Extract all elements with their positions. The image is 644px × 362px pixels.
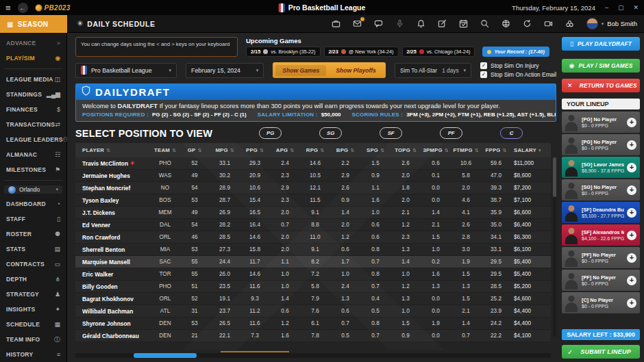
- play-sim-games-button[interactable]: ◉ PLAY / SIM GAMES: [562, 59, 640, 73]
- column-header[interactable]: FPPG ⇅: [481, 147, 511, 153]
- sync-refresh-icon[interactable]: [523, 19, 532, 29]
- your-record-badge[interactable]: Your Record : (17-40): [482, 47, 549, 57]
- table-row[interactable]: Shyrone Johnson ✚ DEN5326.511.61.26.10.7…: [75, 318, 551, 330]
- table-row[interactable]: Bagrat Khokhonov ✚ ORL5219.19.31.47.91.3…: [75, 293, 551, 305]
- sort-icon[interactable]: ⇅: [172, 148, 176, 153]
- compose-edit-icon[interactable]: [438, 19, 447, 29]
- table-row[interactable]: Ed Venner ✚ DAL5428.216.40.78.82.00.61.2…: [75, 219, 551, 231]
- sidebar-item-stats[interactable]: STATS ▤: [0, 242, 66, 257]
- sort-icon[interactable]: ⇅: [412, 148, 417, 153]
- table-row[interactable]: Ron Crawford ✚ ORL4628.514.62.011.01.20.…: [75, 231, 551, 244]
- lineup-slot-pg-1[interactable]: [PG] No Player $0 - 0 FPPG +: [562, 112, 640, 133]
- hamburger-menu-icon[interactable]: ≡: [5, 3, 11, 13]
- lineup-slot-sg-2[interactable]: [SG] No Player $0 - 0 FPPG +: [562, 179, 640, 201]
- position-pill-pg[interactable]: PG: [259, 127, 282, 139]
- position-pill-sf[interactable]: SF: [380, 127, 402, 139]
- table-row[interactable]: Travis McClinton ✚ PHO5233.129.32.414.62…: [75, 157, 551, 170]
- sidebar-item-roster[interactable]: ROSTER ⚉: [0, 227, 66, 242]
- add-player-button[interactable]: +: [627, 185, 636, 195]
- upcoming-game-chip[interactable]: 2/25 vs. Chicago (34-24): [402, 47, 475, 57]
- sidebar-item-contracts[interactable]: CONTRACTS ▭: [0, 257, 66, 272]
- column-header[interactable]: MPG ⇅: [210, 147, 240, 153]
- upcoming-game-chip[interactable]: 2/15 vs. Brooklyn (35-22): [246, 47, 321, 57]
- add-player-button[interactable]: +: [627, 231, 636, 240]
- notifications-bell-icon[interactable]: [417, 19, 426, 29]
- sort-icon[interactable]: ⇅: [503, 148, 507, 153]
- sort-icon[interactable]: ⇅: [475, 148, 479, 153]
- sort-icon[interactable]: ⇅: [197, 148, 201, 153]
- close-button[interactable]: ✕: [633, 5, 639, 11]
- sort-icon[interactable]: ⇅: [290, 148, 294, 153]
- sort-icon[interactable]: ⇅: [106, 148, 110, 153]
- sidebar-item-milestones[interactable]: MILESTONES ⚑: [0, 162, 66, 177]
- return-to-games-button[interactable]: ✕ RETURN TO GAMES: [562, 79, 640, 92]
- table-row[interactable]: Billy Gooden ✚ PHO5123.511.61.05.82.40.7…: [75, 281, 551, 293]
- back-button[interactable]: ←: [18, 3, 28, 13]
- add-player-button[interactable]: +: [627, 208, 636, 218]
- sort-icon[interactable]: ▾: [538, 148, 541, 153]
- league-community-icon[interactable]: [501, 19, 511, 29]
- mail-icon[interactable]: [353, 19, 362, 29]
- add-player-button[interactable]: +: [627, 140, 636, 150]
- sidebar-item-league-media[interactable]: LEAGUE MEDIA ◫: [0, 72, 66, 87]
- scrollbar-thumb[interactable]: [134, 353, 197, 358]
- sidebar-item-play-sim[interactable]: PLAY/SIM ◉: [0, 51, 66, 66]
- sim-to-dropdown[interactable]: Sim To All-Star 1 days ▾: [395, 63, 471, 78]
- lineup-slot-c-1[interactable]: [C] No Player $0 - 0 FPPG +: [562, 292, 640, 313]
- table-row[interactable]: J.T. Dickens ✚ MEM4926.916.52.09.11.41.0…: [75, 207, 551, 219]
- column-header[interactable]: RPG ⇅: [300, 147, 330, 153]
- table-row[interactable]: Stephan Moncrief ✚ NO5428.910.62.912.12.…: [75, 182, 551, 194]
- add-player-button[interactable]: +: [627, 163, 636, 172]
- sidebar-item-insights[interactable]: INSIGHTS ✦: [0, 302, 66, 317]
- lineup-slot-pf-1[interactable]: [PF] No Player $0 - 0 FPPG +: [562, 247, 640, 268]
- column-header[interactable]: SALARY ▾: [511, 147, 551, 153]
- add-player-button[interactable]: +: [627, 253, 636, 263]
- team-selector-dropdown[interactable]: Orlando ▾: [4, 185, 62, 194]
- sort-icon[interactable]: ⇅: [260, 148, 264, 153]
- column-header[interactable]: GP ⇅: [179, 147, 210, 153]
- checkbox-checked-icon[interactable]: ✓: [480, 62, 487, 69]
- sidebar-item-advance[interactable]: ADVANCE »: [0, 36, 66, 51]
- column-header[interactable]: APG ⇅: [270, 147, 300, 153]
- sidebar-item-team-info[interactable]: TEAM INFO ⓘ: [0, 332, 66, 347]
- user-menu[interactable]: ▾ Bob Smith: [586, 18, 637, 29]
- lineup-slot-sg-1[interactable]: [SG] Lavor James $6,900 - 37.8 FPPG +: [562, 157, 640, 178]
- sort-icon[interactable]: ⇅: [350, 148, 354, 153]
- position-pill-sg[interactable]: SG: [319, 127, 342, 139]
- lineup-slot-sf-1[interactable]: [SF] Deaundra Burris $5,100 - 27.7 FPPG …: [562, 202, 640, 223]
- position-pill-c[interactable]: C: [500, 127, 523, 139]
- checkbox-checked-icon[interactable]: ✓: [480, 71, 487, 78]
- stop-sim-injury-checkbox[interactable]: ✓ Stop Sim On Injury: [480, 62, 556, 69]
- sidebar-item-depth[interactable]: DEPTH ⋔: [0, 272, 66, 287]
- search-icon[interactable]: [480, 19, 490, 29]
- show-playoffs-button[interactable]: Show Playoffs: [329, 65, 383, 76]
- sidebar-item-history[interactable]: HISTORY ≡: [0, 347, 66, 362]
- table-row[interactable]: Gérald Charbonneau ✚ DEN2122.17.31.67.80…: [75, 330, 551, 342]
- scout-binoculars-icon[interactable]: [565, 19, 575, 29]
- play-dailydraft-button[interactable]: ▯ PLAY DAILYDRAFT: [562, 37, 640, 51]
- upcoming-game-chip[interactable]: 2/23 @ New York (34-24): [324, 47, 399, 57]
- column-header[interactable]: TEAM ⇅: [151, 147, 179, 153]
- sort-icon[interactable]: ⇅: [230, 148, 234, 153]
- lineup-slot-sf-2[interactable]: [SF] Alexandros Mardas $4,100 - 22.6 FPP…: [562, 224, 640, 246]
- calendar-check-icon[interactable]: [459, 19, 469, 29]
- table-row[interactable]: Jermaine Hughes ✚ WAS4930.220.92.310.52.…: [75, 170, 551, 182]
- column-header[interactable]: 3PMPG ⇅: [421, 147, 451, 153]
- table-row[interactable]: Marquise Mansell ✚ SAC5524.411.71.18.21.…: [75, 256, 551, 268]
- sort-icon[interactable]: ⇅: [445, 148, 449, 153]
- column-header[interactable]: PPG ⇅: [240, 147, 270, 153]
- submit-lineup-button[interactable]: ✓ SUBMIT LINEUP: [562, 345, 640, 359]
- column-header[interactable]: FTMPG ⇅: [451, 147, 481, 153]
- column-header[interactable]: PLAYER ⇅: [75, 147, 151, 153]
- sidebar-item-dashboard[interactable]: DASHBOARD ◔: [0, 196, 66, 211]
- league-dropdown[interactable]: Pro Basketball League ▾: [75, 63, 177, 78]
- microphone-icon[interactable]: [395, 19, 405, 29]
- lineup-slot-pf-2[interactable]: [PF] No Player $0 - 0 FPPG +: [562, 270, 640, 291]
- position-pill-pf[interactable]: PF: [440, 127, 462, 139]
- table-row[interactable]: Willibald Bachman ✚ ATL3123.711.20.67.60…: [75, 305, 551, 318]
- minimize-button[interactable]: –: [605, 5, 608, 11]
- sidebar-item-strategy[interactable]: STRATEGY ♟: [0, 287, 66, 302]
- date-dropdown[interactable]: February 15, 2024 ▾: [186, 63, 264, 78]
- sort-icon[interactable]: ⇅: [380, 148, 384, 153]
- column-header[interactable]: BPG ⇅: [330, 147, 360, 153]
